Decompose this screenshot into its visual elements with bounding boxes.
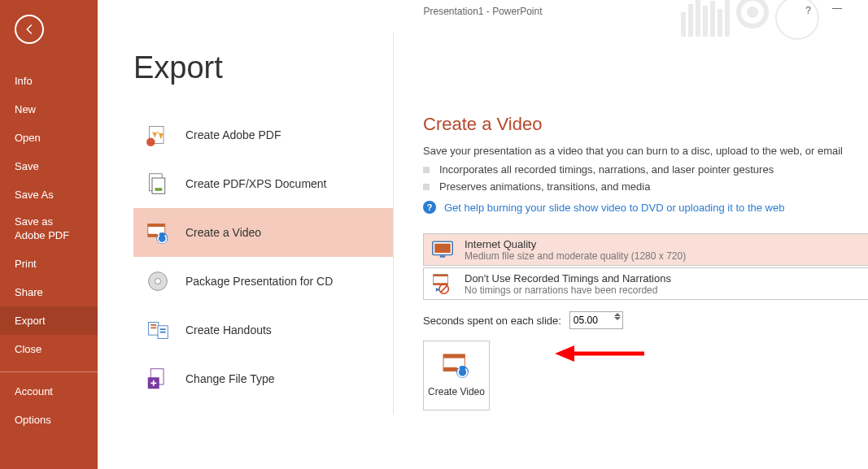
back-arrow-icon [22, 22, 37, 37]
sidebar-item-save[interactable]: Save [0, 152, 98, 180]
export-item-label: Create Adobe PDF [185, 128, 281, 141]
bullet-icon [423, 167, 430, 173]
svg-rect-30 [443, 354, 465, 358]
handouts-icon [145, 317, 171, 343]
back-button[interactable] [15, 15, 44, 44]
sidebar-item-info[interactable]: Info [0, 67, 98, 95]
quality-subtitle: Medium file size and moderate quality (1… [465, 250, 686, 262]
timings-subtitle: No timings or narrations have been recor… [465, 284, 671, 296]
export-item-package-cd[interactable]: Package Presentation for CD [133, 257, 393, 306]
sidebar-item-new[interactable]: New [0, 95, 98, 124]
export-item-change-file-type[interactable]: Change File Type [133, 354, 393, 403]
sidebar-item-open[interactable]: Open [0, 124, 98, 152]
svg-rect-25 [434, 275, 448, 276]
export-item-adobe-pdf[interactable]: Create Adobe PDF [133, 111, 393, 159]
seconds-label: Seconds spent on each slide: [423, 315, 561, 327]
bullet-text: Preserves animations, transitions, and m… [439, 180, 650, 193]
sidebar-divider [0, 371, 98, 372]
svg-rect-7 [148, 224, 165, 228]
sidebar-item-options[interactable]: Options [0, 406, 98, 434]
quality-dropdown[interactable]: Internet Quality Medium file size and mo… [423, 233, 868, 266]
help-icon: ? [423, 201, 436, 214]
export-item-label: Create a Video [185, 226, 261, 239]
backstage-sidebar: Info New Open Save Save As Save as Adobe… [0, 0, 98, 469]
timings-dropdown[interactable]: Don't Use Recorded Timings and Narration… [423, 267, 868, 300]
export-item-pdf-xps[interactable]: Create PDF/XPS Document [133, 159, 393, 208]
svg-rect-18 [160, 332, 166, 333]
change-file-type-icon [145, 366, 171, 392]
annotation-arrow [555, 341, 652, 369]
seconds-spinner[interactable] [569, 311, 623, 329]
export-detail-pane: Create a Video Save your presentation as… [394, 33, 868, 469]
quality-title: Internet Quality [465, 238, 686, 250]
sidebar-item-account[interactable]: Account [0, 377, 98, 406]
seconds-row: Seconds spent on each slide: [423, 311, 868, 329]
create-video-icon [145, 219, 171, 245]
bullet-icon [423, 184, 430, 190]
sidebar-item-export[interactable]: Export [0, 306, 98, 335]
help-link-row: ? Get help burning your slide show video… [423, 201, 868, 214]
help-link[interactable]: Get help burning your slide show video t… [444, 202, 784, 214]
timings-title: Don't Use Recorded Timings and Narration… [465, 272, 671, 284]
sidebar-item-saveas[interactable]: Save As [0, 180, 98, 209]
svg-rect-5 [155, 188, 163, 191]
export-item-label: Create PDF/XPS Document [185, 177, 327, 190]
export-type-list: Create Adobe PDF Create PDF/XPS Document… [133, 33, 394, 415]
svg-rect-4 [152, 178, 165, 193]
bullet-row: Incorporates all recorded timings, narra… [423, 163, 868, 176]
create-video-large-icon [443, 354, 470, 381]
svg-point-2 [146, 138, 155, 147]
export-item-label: Create Handouts [185, 324, 272, 337]
pdf-xps-icon [145, 171, 171, 197]
bullet-row: Preserves animations, transitions, and m… [423, 180, 868, 193]
export-item-label: Package Presentation for CD [185, 275, 333, 288]
spinner-down-icon[interactable] [614, 317, 621, 320]
svg-marker-35 [555, 345, 574, 362]
bullet-text: Incorporates all recorded timings, narra… [439, 163, 774, 176]
svg-rect-23 [440, 255, 446, 257]
svg-rect-17 [160, 328, 166, 330]
export-item-handouts[interactable]: Create Handouts [133, 306, 393, 354]
section-description: Save your presentation as a video that y… [423, 145, 868, 157]
seconds-input[interactable] [574, 315, 606, 326]
create-video-button[interactable]: Create Video [423, 341, 490, 410]
page-title: Export [133, 50, 223, 85]
monitor-icon [430, 237, 455, 262]
section-heading: Create a Video [423, 114, 868, 135]
backstage-content: Export Create Adobe PDF Create PDF/XPS D… [98, 0, 868, 469]
export-item-label: Change File Type [185, 372, 274, 385]
svg-rect-15 [150, 328, 156, 329]
export-item-create-video[interactable]: Create a Video [133, 208, 393, 257]
sidebar-item-close[interactable]: Close [0, 335, 98, 363]
svg-rect-22 [434, 244, 451, 253]
spinner-up-icon[interactable] [614, 313, 621, 316]
spinner-arrows[interactable] [614, 313, 621, 320]
svg-line-28 [441, 285, 447, 292]
create-video-button-label: Create Video [428, 386, 485, 397]
package-cd-icon [145, 268, 171, 294]
sidebar-item-share[interactable]: Share [0, 278, 98, 306]
no-narration-icon [430, 271, 455, 296]
adobe-pdf-icon [145, 122, 171, 148]
svg-rect-14 [150, 324, 156, 326]
sidebar-item-print[interactable]: Print [0, 250, 98, 278]
svg-point-12 [155, 279, 161, 284]
sidebar-item-save-adobe[interactable]: Save as Adobe PDF [0, 209, 98, 250]
